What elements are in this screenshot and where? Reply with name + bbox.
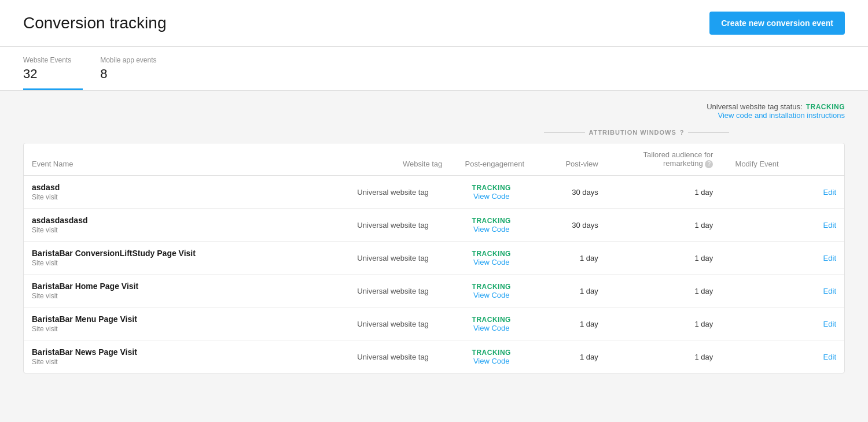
create-conversion-event-button[interactable]: Create new conversion event (709, 12, 845, 35)
event-info-cell: BaristaBar Home Page Visit Site visit (24, 275, 336, 308)
post-view-value: 1 day (694, 287, 713, 295)
table-row: asdasd Site visit Universal website tag … (24, 176, 844, 209)
post-view-value: 1 day (694, 221, 713, 229)
tab-website-events[interactable]: Website Events 32 (23, 47, 83, 90)
view-code-link[interactable]: View Code (458, 291, 524, 299)
edit-button[interactable]: Edit (823, 254, 836, 262)
post-view-value: 1 day (694, 353, 713, 361)
col-tailored-audience: Tailored audience for remarketing ? (606, 143, 722, 176)
tracking-status-cell: TRACKING View Code (450, 340, 532, 373)
edit-cell: Edit (787, 340, 844, 373)
post-view-cell: 1 day (606, 209, 722, 242)
event-info-cell: BaristaBar ConversionLiftStudy Page Visi… (24, 242, 336, 275)
tab-website-count: 32 (23, 66, 71, 82)
post-engagement-cell: 1 day (532, 242, 606, 275)
tracking-status: TRACKING (458, 349, 524, 357)
post-view-cell: 1 day (606, 242, 722, 275)
conversion-events-table: Event Name Website tag Post-engagement P… (23, 143, 845, 373)
event-info-cell: asdasd Site visit (24, 176, 336, 209)
attribution-windows-help-icon[interactable]: ? (680, 129, 685, 136)
tracking-status: TRACKING (458, 283, 524, 291)
tracking-status-cell: TRACKING View Code (450, 242, 532, 275)
view-code-link[interactable]: View Code (458, 225, 524, 234)
attribution-line-right (688, 132, 729, 133)
website-tag-cell: Universal website tag (336, 308, 451, 340)
attribution-windows-section: ATTRIBUTION WINDOWS ? (23, 129, 845, 138)
col-post-view: Post-view (532, 143, 606, 176)
edit-cell: Edit (787, 242, 844, 275)
post-engagement-cell: 1 day (532, 275, 606, 308)
tracking-status-row: Universal website tag status: TRACKING (707, 102, 845, 111)
edit-cell: Edit (787, 308, 844, 340)
tracking-status-cell: TRACKING View Code (450, 308, 532, 340)
view-code-link[interactable]: View Code (458, 357, 524, 365)
view-code-installation-link[interactable]: View code and installation instructions (718, 111, 845, 120)
tab-mobile-label: Mobile app events (100, 56, 156, 64)
post-view-value: 1 day (694, 188, 713, 197)
view-code-link[interactable]: View Code (458, 192, 524, 201)
tailored-audience-help-icon[interactable]: ? (705, 160, 713, 168)
page-title: Conversion tracking (23, 14, 166, 32)
event-name: BaristaBar ConversionLiftStudy Page Visi… (32, 249, 328, 258)
tab-mobile-app-events[interactable]: Mobile app events 8 (100, 47, 168, 90)
tab-mobile-count: 8 (100, 66, 156, 82)
tag-name: Universal website tag (357, 254, 429, 262)
event-name: asdasdasdasd (32, 216, 328, 225)
post-engagement-cell: 1 day (532, 340, 606, 373)
page-header: Conversion tracking Create new conversio… (0, 0, 868, 47)
attribution-windows-label: ATTRIBUTION WINDOWS (589, 129, 676, 136)
view-code-link[interactable]: View Code (458, 324, 524, 332)
event-name: BaristaBar News Page Visit (32, 347, 328, 357)
edit-button[interactable]: Edit (823, 353, 836, 361)
edit-button[interactable]: Edit (823, 287, 836, 295)
tailored-audience-cell (721, 275, 786, 308)
table-row: BaristaBar Menu Page Visit Site visit Un… (24, 308, 844, 340)
edit-cell: Edit (787, 275, 844, 308)
tracking-status-cell: TRACKING View Code (450, 176, 532, 209)
tracking-status: TRACKING (458, 250, 524, 258)
post-engagement-value: 30 days (572, 221, 598, 229)
event-name: BaristaBar Menu Page Visit (32, 314, 328, 324)
tag-name: Universal website tag (357, 353, 429, 361)
website-tag-cell: Universal website tag (336, 209, 451, 242)
tracking-status: TRACKING (458, 217, 524, 225)
tailored-audience-cell (721, 176, 786, 209)
tailored-audience-cell (721, 340, 786, 373)
tracking-status-badge: TRACKING (806, 103, 845, 111)
edit-button[interactable]: Edit (823, 320, 836, 328)
tag-name: Universal website tag (357, 188, 429, 197)
post-engagement-value: 1 day (580, 254, 598, 262)
event-type: Site visit (32, 259, 328, 267)
event-type: Site visit (32, 358, 328, 366)
table-header-row: Event Name Website tag Post-engagement P… (24, 143, 844, 176)
post-view-cell: 1 day (606, 275, 722, 308)
tracking-status-cell: TRACKING View Code (450, 275, 532, 308)
table-row: BaristaBar News Page Visit Site visit Un… (24, 340, 844, 373)
table-row: BaristaBar Home Page Visit Site visit Un… (24, 275, 844, 308)
post-view-cell: 1 day (606, 340, 722, 373)
website-tag-cell: Universal website tag (336, 340, 451, 373)
table-row: asdasdasdasd Site visit Universal websit… (24, 209, 844, 242)
col-post-engagement: Post-engagement (450, 143, 532, 176)
view-code-link[interactable]: View Code (458, 258, 524, 266)
tag-name: Universal website tag (357, 221, 429, 229)
post-engagement-cell: 1 day (532, 308, 606, 340)
edit-cell: Edit (787, 209, 844, 242)
main-content: Universal website tag status: TRACKING V… (0, 91, 868, 385)
tag-name: Universal website tag (357, 287, 429, 295)
tailored-audience-cell (721, 209, 786, 242)
edit-button[interactable]: Edit (823, 221, 836, 229)
edit-cell: Edit (787, 176, 844, 209)
col-event-name: Event Name (24, 143, 336, 176)
event-info-cell: BaristaBar News Page Visit Site visit (24, 340, 336, 373)
tracking-status-label: Universal website tag status: (707, 102, 802, 111)
event-type: Site visit (32, 193, 328, 201)
post-engagement-value: 1 day (580, 353, 598, 361)
event-type: Site visit (32, 292, 328, 300)
edit-button[interactable]: Edit (823, 188, 836, 197)
event-info-cell: BaristaBar Menu Page Visit Site visit (24, 308, 336, 340)
tabs-row: Website Events 32 Mobile app events 8 (23, 47, 845, 90)
tailored-audience-cell (721, 308, 786, 340)
website-tag-cell: Universal website tag (336, 275, 451, 308)
table-row: BaristaBar ConversionLiftStudy Page Visi… (24, 242, 844, 275)
